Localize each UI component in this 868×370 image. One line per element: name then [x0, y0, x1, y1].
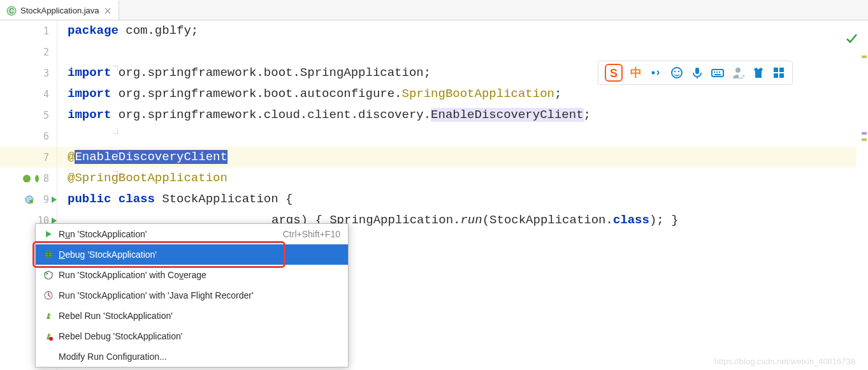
svg-point-8 — [672, 68, 682, 78]
svg-point-4 — [29, 200, 33, 204]
ctx-label: Run 'StockApplication' with Coverage — [59, 270, 206, 280]
rebel-run-icon — [43, 311, 54, 321]
code-line-8[interactable]: @SpringBootApplication — [57, 168, 868, 189]
ime-skin-icon[interactable] — [751, 66, 765, 80]
sogou-logo-icon: S — [605, 64, 623, 82]
svg-point-17 — [735, 68, 741, 73]
svg-point-2 — [23, 175, 31, 182]
ime-keyboard-icon[interactable] — [711, 66, 725, 80]
shortcut-hint: Ctrl+Shift+F10 — [283, 229, 340, 239]
svg-point-26 — [49, 337, 53, 341]
debug-icon — [43, 249, 54, 260]
svg-rect-21 — [779, 68, 784, 72]
fold-icon[interactable] — [113, 171, 118, 176]
fold-icon[interactable] — [113, 66, 118, 71]
fold-icon[interactable] — [113, 150, 118, 155]
svg-text:S: S — [610, 67, 618, 80]
context-menu: Run 'StockApplication' Ctrl+Shift+F10 De… — [35, 223, 349, 367]
coverage-icon — [43, 270, 54, 280]
line-number: 5 — [0, 105, 57, 126]
ime-toolbar[interactable]: S 中 18 — [598, 61, 793, 85]
ime-lang-button[interactable]: 中 — [629, 66, 643, 80]
svg-rect-16 — [714, 74, 721, 75]
close-icon[interactable] — [103, 6, 112, 15]
inspection-ok-icon[interactable] — [845, 32, 858, 45]
ctx-label: Debug 'StockApplication' — [59, 249, 157, 260]
ime-tools-icon[interactable] — [772, 66, 786, 80]
fold-icon[interactable] — [113, 129, 118, 134]
ctx-label: Run 'StockApplication' with 'Java Flight… — [59, 290, 254, 300]
line-number: 6 — [0, 126, 57, 147]
line-number: 1 — [0, 20, 57, 41]
ctx-run[interactable]: Run 'StockApplication' Ctrl+Shift+F10 — [36, 224, 348, 244]
svg-point-9 — [674, 71, 676, 72]
ctx-debug[interactable]: Debug 'StockApplication' — [36, 244, 348, 265]
ctx-modify-config[interactable]: Modify Run Configuration... — [36, 346, 348, 367]
svg-point-10 — [678, 71, 679, 72]
ime-punct-icon[interactable] — [649, 66, 663, 80]
code-line-2[interactable] — [57, 41, 868, 63]
svg-rect-14 — [716, 71, 718, 73]
ctx-label: Modify Run Configuration... — [59, 352, 167, 362]
line-number: 8 — [0, 168, 57, 189]
ctx-rebel-debug[interactable]: Rebel Debug 'StockApplication' — [36, 326, 348, 346]
code-line-6[interactable] — [57, 126, 868, 147]
line-number: 4 — [0, 84, 57, 105]
watermark: https://blog.csdn.net/weixin_40816738 — [714, 357, 855, 366]
svg-text:18: 18 — [741, 74, 745, 78]
ime-user-icon[interactable]: 18 — [731, 66, 745, 80]
run-class-icon[interactable] — [25, 195, 34, 204]
warning-marker[interactable] — [862, 56, 867, 58]
line-number: 9 — [0, 189, 57, 210]
svg-rect-15 — [719, 71, 720, 73]
code-line-1[interactable]: package com.gblfy; — [57, 20, 868, 41]
tab-bar: C StockApplication.java — [0, 0, 868, 20]
svg-point-7 — [652, 71, 655, 75]
svg-rect-23 — [779, 73, 784, 78]
svg-rect-11 — [695, 68, 699, 74]
java-class-icon: C — [6, 6, 17, 16]
line-number: 3 — [0, 63, 57, 84]
flight-recorder-icon — [43, 290, 54, 300]
code-line-9[interactable]: public class StockApplication { — [57, 189, 868, 210]
code-line-5[interactable]: import org.springframework.cloud.client.… — [57, 105, 868, 126]
code-line-4[interactable]: import org.springframework.boot.autoconf… — [57, 84, 868, 105]
svg-rect-20 — [774, 68, 778, 72]
svg-rect-22 — [774, 73, 778, 78]
warning-marker[interactable] — [862, 138, 867, 141]
svg-rect-12 — [712, 70, 723, 77]
svg-text:C: C — [9, 8, 13, 15]
spring-icons[interactable] — [22, 174, 41, 183]
blank-icon — [43, 352, 54, 362]
right-strip — [857, 20, 868, 370]
ime-face-icon[interactable] — [670, 66, 684, 80]
tab-label: StockApplication.java — [20, 6, 99, 15]
ctx-label: Run 'StockApplication' — [59, 229, 147, 239]
ime-mic-icon[interactable] — [690, 66, 704, 80]
ctx-label: Rebel Debug 'StockApplication' — [59, 331, 182, 341]
usage-marker[interactable] — [862, 132, 867, 135]
ctx-flight[interactable]: Run 'StockApplication' with 'Java Flight… — [36, 285, 348, 306]
ctx-rebel-run[interactable]: Rebel Run 'StockApplication' — [36, 306, 348, 326]
line-number: 7 — [0, 147, 57, 168]
ctx-label: Rebel Run 'StockApplication' — [59, 311, 173, 321]
code-line-7[interactable]: @EnableDiscoveryClient — [57, 147, 868, 168]
ctx-coverage[interactable]: Run 'StockApplication' with Coverage — [36, 265, 348, 285]
rebel-debug-icon — [43, 331, 54, 341]
svg-rect-13 — [714, 71, 715, 73]
run-icon — [43, 229, 54, 239]
line-number: 2 — [0, 41, 57, 63]
tab-stockapplication[interactable]: C StockApplication.java — [0, 0, 119, 20]
